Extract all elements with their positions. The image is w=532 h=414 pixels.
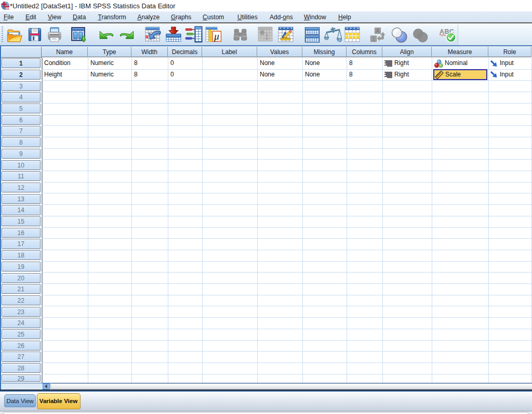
svg-text:A: A: [376, 28, 380, 34]
svg-text:1: 1: [372, 36, 375, 42]
svg-text:μ: μ: [214, 31, 219, 42]
